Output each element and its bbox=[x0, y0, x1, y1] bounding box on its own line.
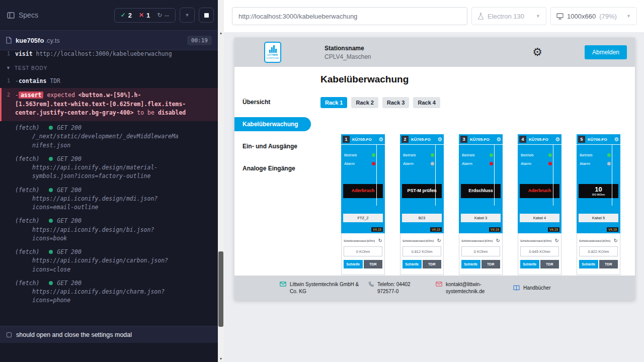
rack-tab[interactable]: Rack 2 bbox=[351, 97, 378, 108]
gear-icon[interactable]: ⚙ bbox=[496, 137, 501, 142]
spec-header[interactable]: kue705fo .cy.ts 00:19 bbox=[0, 30, 218, 50]
network-log-entry[interactable]: (fetch) GET 200 https://api.iconify.desi… bbox=[0, 184, 218, 215]
sidebar-item[interactable]: Ein- und Ausgänge bbox=[234, 139, 311, 153]
success-dot-icon bbox=[49, 281, 53, 285]
betrieb-led bbox=[431, 153, 434, 157]
status-display: Erdschluss bbox=[461, 184, 501, 198]
stat-pending: ↻-- bbox=[157, 12, 169, 19]
status-display: Aderbruch bbox=[343, 184, 383, 198]
status-text: Aderbruch bbox=[528, 189, 551, 194]
betrieb-led bbox=[372, 153, 375, 157]
cable-name: B23 bbox=[402, 214, 442, 222]
command-visit[interactable]: 1 visit http://localhost:3000/kabelueber… bbox=[0, 50, 218, 60]
stop-button[interactable] bbox=[199, 8, 214, 23]
fetch-url: https://api.iconify.design/material-symb… bbox=[15, 163, 181, 181]
rack-tab[interactable]: Rack 1 bbox=[320, 97, 347, 108]
network-log-entry[interactable]: (fetch) GET 200 https://api.iconify.desi… bbox=[0, 277, 218, 308]
settings-gear-icon[interactable]: ⚙ bbox=[532, 47, 542, 58]
specs-menu-button[interactable]: Specs bbox=[7, 11, 38, 19]
reporter-scrollbar[interactable]: ▲ ▼ bbox=[218, 0, 224, 362]
browser-select[interactable]: Electron 130 ▼ bbox=[471, 7, 546, 25]
refresh-icon[interactable]: ↻ bbox=[378, 238, 382, 243]
schleife-button[interactable]: Schleife bbox=[461, 260, 480, 268]
section-label: TEST BODY bbox=[15, 65, 48, 71]
gear-icon[interactable]: ⚙ bbox=[555, 137, 560, 142]
tdr-button[interactable]: TDR bbox=[423, 260, 442, 268]
sidebar-item[interactable]: Übersicht bbox=[234, 95, 311, 109]
phone-number: Telefon: 04402 972577-0 bbox=[377, 281, 426, 295]
rack-tab[interactable]: Rack 3 bbox=[382, 97, 409, 108]
command-dash: - bbox=[15, 77, 19, 84]
refresh-icon[interactable]: ↻ bbox=[555, 238, 559, 243]
fetch-label: (fetch) bbox=[15, 280, 39, 287]
network-log-entry[interactable]: (fetch) GET 200 /_next/static/developmen… bbox=[0, 121, 218, 152]
resistance-value: 0 KOhm bbox=[344, 246, 382, 256]
scroll-down-arrow-icon[interactable]: ▼ bbox=[218, 357, 224, 360]
sidebar-item[interactable]: Analoge Eingänge bbox=[234, 161, 311, 175]
scrollbar-thumb[interactable] bbox=[218, 251, 223, 327]
firmware-version: V4.19 bbox=[371, 227, 383, 232]
chevron-down-icon: ▼ bbox=[536, 14, 540, 19]
browser-name: Electron 130 bbox=[488, 13, 524, 20]
test-body-section[interactable]: ▼ TEST BODY bbox=[0, 60, 218, 75]
rack-tabs: Rack 1 Rack 2 Rack 3 Ra bbox=[320, 97, 635, 108]
assert-badge: assert bbox=[19, 92, 44, 99]
betrieb-led bbox=[548, 153, 552, 157]
viewport-select[interactable]: 1000x660 (79%) ▼ bbox=[550, 7, 637, 25]
gear-icon[interactable]: ⚙ bbox=[614, 137, 619, 142]
scroll-up-arrow-icon[interactable]: ▲ bbox=[218, 31, 224, 35]
tdr-button[interactable]: TDR bbox=[540, 260, 559, 268]
tdr-button[interactable]: TDR bbox=[599, 260, 618, 268]
fetch-label: (fetch) bbox=[15, 248, 39, 255]
stat-passed: ✓2 bbox=[121, 12, 132, 19]
specs-label: Specs bbox=[19, 11, 38, 19]
network-log-entry[interactable]: (fetch) GET 200 https://api.iconify.desi… bbox=[0, 214, 218, 245]
page-title: Kabelüberwachung bbox=[320, 74, 635, 85]
schleife-button[interactable]: Schleife bbox=[344, 260, 363, 268]
betrieb-label: Betrieb bbox=[403, 153, 416, 157]
card-model: KÜ706-FO bbox=[588, 137, 607, 142]
gear-icon[interactable]: ⚙ bbox=[437, 137, 442, 142]
status-display: Aderbruch bbox=[520, 184, 559, 198]
refresh-icon[interactable]: ↻ bbox=[437, 238, 441, 243]
command-name: contains bbox=[19, 77, 46, 84]
logout-button[interactable]: Abmelden bbox=[585, 45, 627, 59]
flask-icon bbox=[477, 13, 484, 20]
schleife-button[interactable]: Schleife bbox=[403, 260, 422, 268]
preview-pane: Electron 130 ▼ 1000x660 (79%) ▼ LITTWIN … bbox=[224, 0, 644, 362]
card-model: KÜ705-FO bbox=[352, 137, 372, 142]
refresh-icon[interactable]: ↻ bbox=[496, 238, 500, 243]
book-icon bbox=[513, 285, 520, 291]
refresh-icon[interactable]: ↻ bbox=[614, 238, 618, 243]
fetch-label: (fetch) bbox=[15, 217, 39, 224]
gear-icon[interactable]: ⚙ bbox=[378, 137, 383, 142]
url-input[interactable] bbox=[232, 7, 467, 25]
command-arg: TDR bbox=[50, 77, 60, 84]
failed-assertion[interactable]: 2 -assert expected <button.w-[50%].h-[1.… bbox=[0, 88, 218, 121]
running-test-bar[interactable]: should open and close the settings modal bbox=[0, 326, 218, 343]
betrieb-label: Betrieb bbox=[521, 153, 533, 157]
alarm-led bbox=[372, 162, 375, 165]
command-contains[interactable]: 1 -contains TDR bbox=[0, 75, 218, 87]
network-log-entry[interactable]: (fetch) GET 200 https://api.iconify.desi… bbox=[0, 245, 218, 277]
firmware-version: V4.19 bbox=[489, 227, 501, 232]
viewport-size: 1000x660 bbox=[567, 13, 596, 20]
fetch-status: GET 200 bbox=[57, 155, 81, 162]
schleife-button[interactable]: Schleife bbox=[520, 260, 539, 268]
tdr-button[interactable]: TDR bbox=[364, 260, 383, 268]
network-log-entry[interactable]: (fetch) GET 200 https://api.iconify.desi… bbox=[0, 152, 218, 184]
tdr-button[interactable]: TDR bbox=[481, 260, 501, 268]
resistance-label: Schleifenwiderstand [kOhm] bbox=[403, 239, 434, 242]
collapse-button[interactable]: ▼ bbox=[180, 8, 195, 23]
device-card: 5 KÜ706-FO ⚙ Betrieb Al bbox=[577, 134, 620, 275]
command-dash: - bbox=[15, 92, 19, 99]
success-dot-icon bbox=[49, 250, 53, 254]
schleife-button[interactable]: Schleife bbox=[579, 260, 598, 268]
manuals-link[interactable]: Handbücher bbox=[513, 285, 550, 292]
rack-tab[interactable]: Rack 4 bbox=[413, 97, 440, 108]
sidebar-item[interactable]: Kabelüberwachung bbox=[234, 117, 311, 131]
success-dot-icon bbox=[49, 188, 53, 192]
spec-timer: 00:19 bbox=[187, 36, 212, 45]
manuals-label: Handbücher bbox=[523, 285, 550, 292]
alarm-label: Alarm bbox=[344, 161, 355, 166]
